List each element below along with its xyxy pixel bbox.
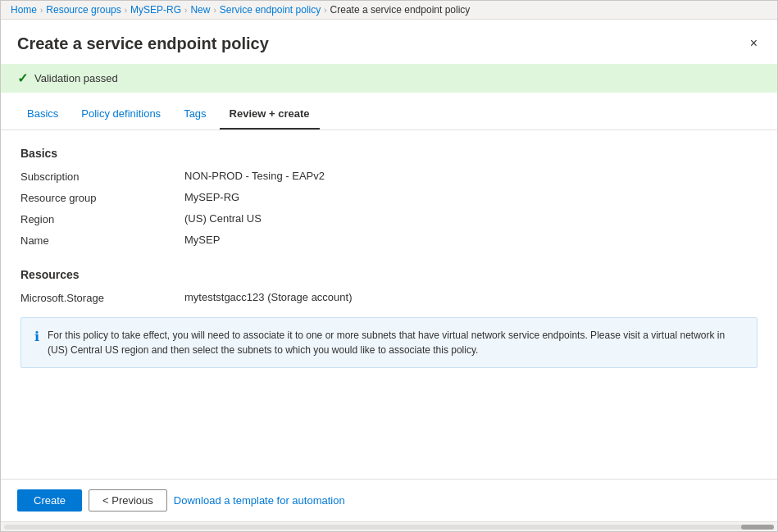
field-label-resource-group: Resource group [20, 191, 184, 204]
field-label-name: Name [20, 234, 184, 247]
field-label-microsoft-storage: Microsoft.Storage [20, 291, 184, 304]
breadcrumb: Home › Resource groups › MySEP-RG › New … [1, 1, 777, 20]
breadcrumb-resource-groups[interactable]: Resource groups [46, 4, 121, 16]
field-value-name: MySEP [184, 234, 220, 246]
breadcrumb-sep-1: › [40, 6, 43, 15]
tab-tags[interactable]: Tags [174, 99, 216, 130]
validation-banner: ✓ Validation passed [1, 64, 777, 93]
previous-button[interactable]: < Previous [89, 489, 167, 512]
footer: Create < Previous Download a template fo… [1, 479, 777, 521]
info-box: ℹ For this policy to take effect, you wi… [20, 317, 758, 368]
download-template-button[interactable]: Download a template for automation [174, 494, 345, 507]
tabs-container: Basics Policy definitions Tags Review + … [1, 99, 777, 130]
breadcrumb-service-endpoint-policy[interactable]: Service endpoint policy [220, 4, 321, 16]
close-button[interactable]: × [747, 33, 761, 54]
field-value-resource-group: MySEP-RG [184, 191, 239, 203]
breadcrumb-home[interactable]: Home [11, 4, 37, 16]
breadcrumb-sep-4: › [213, 6, 216, 15]
field-label-region: Region [20, 212, 184, 225]
field-resource-group: Resource group MySEP-RG [20, 191, 758, 204]
field-value-subscription: NON-PROD - Tesing - EAPv2 [184, 170, 325, 182]
field-subscription: Subscription NON-PROD - Tesing - EAPv2 [20, 170, 758, 183]
breadcrumb-sep-3: › [184, 6, 187, 15]
validation-text: Validation passed [34, 72, 118, 84]
scrollbar-track[interactable] [4, 525, 774, 530]
breadcrumb-mysep-rg[interactable]: MySEP-RG [130, 4, 181, 16]
field-region: Region (US) Central US [20, 212, 758, 225]
field-label-subscription: Subscription [20, 170, 184, 183]
modal-title: Create a service endpoint policy [17, 34, 269, 53]
info-icon: ℹ [34, 329, 39, 357]
basics-section-title: Basics [20, 147, 758, 160]
breadcrumb-current: Create a service endpoint policy [330, 4, 471, 16]
create-button[interactable]: Create [17, 489, 82, 512]
scrollbar-thumb[interactable] [741, 525, 774, 530]
info-text: For this policy to take effect, you will… [48, 328, 744, 357]
field-name: Name MySEP [20, 234, 758, 247]
breadcrumb-sep-5: › [324, 6, 326, 15]
field-value-region: (US) Central US [184, 212, 262, 225]
tab-basics[interactable]: Basics [17, 99, 68, 130]
breadcrumb-new[interactable]: New [190, 4, 210, 16]
tab-policy-definitions[interactable]: Policy definitions [71, 99, 171, 130]
scrollbar-area [1, 521, 777, 531]
content-area: Basics Subscription NON-PROD - Tesing - … [1, 130, 777, 479]
breadcrumb-sep-2: › [125, 6, 127, 15]
check-icon: ✓ [17, 70, 28, 86]
field-value-microsoft-storage: myteststgacc123 (Storage account) [184, 291, 353, 303]
modal-header: Create a service endpoint policy × [1, 20, 777, 64]
resources-section-title: Resources [20, 268, 758, 281]
field-microsoft-storage: Microsoft.Storage myteststgacc123 (Stora… [20, 291, 758, 304]
tab-review-create[interactable]: Review + create [220, 99, 320, 130]
